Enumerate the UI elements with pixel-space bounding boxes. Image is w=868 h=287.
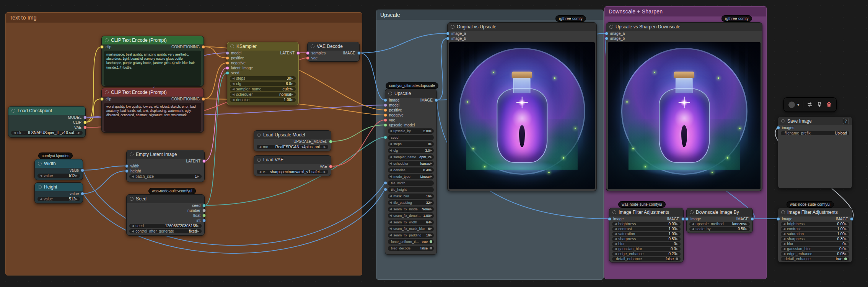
color-swatch-button[interactable] xyxy=(788,101,795,108)
node-badge: comfyui_ultimatesdupscale xyxy=(386,82,438,89)
node-badge: was-node-suite-comfyui xyxy=(787,201,834,208)
pin-icon[interactable] xyxy=(816,102,822,108)
node-graph-canvas[interactable]: Text to ImgUpscaleDownscale + Sharpen Lo… xyxy=(0,0,868,287)
delete-icon[interactable] xyxy=(826,102,832,108)
bypass-icon[interactable] xyxy=(807,102,813,108)
selection-toolbar: ▾ xyxy=(783,97,837,112)
badges-layer: comfyui-kjnodeswas-node-suite-comfyuicom… xyxy=(0,0,868,287)
toolbar-divider xyxy=(803,101,803,108)
node-badge: comfyui-kjnodes xyxy=(38,153,73,159)
node-badge: rgthree-comfy xyxy=(721,15,752,22)
chevron-down-icon[interactable]: ▾ xyxy=(797,102,800,107)
node-badge: rgthree-comfy xyxy=(555,15,586,22)
node-badge: was-node-suite-comfyui xyxy=(618,201,666,208)
node-badge: was-node-suite-comfyui xyxy=(148,188,196,194)
